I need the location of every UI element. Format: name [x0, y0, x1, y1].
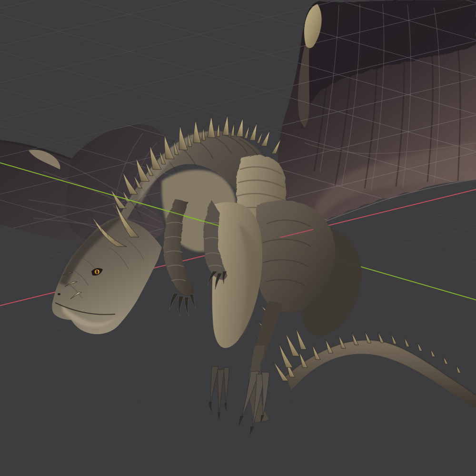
viewport-grain	[0, 0, 476, 476]
3d-viewport[interactable]	[0, 0, 476, 476]
